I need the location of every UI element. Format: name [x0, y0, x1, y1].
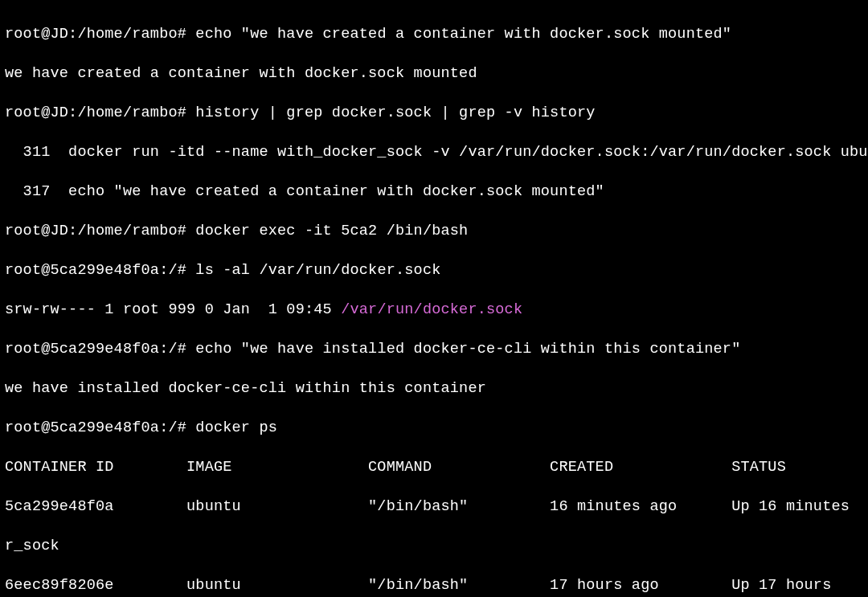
output: srw-rw---- 1 root 999 0 Jan 1 09:45 /var…: [5, 301, 863, 321]
table-row: 5ca299e48f0a ubuntu "/bin/bash" 16 minut…: [5, 497, 863, 517]
command: docker exec -it 5ca2 /bin/bash: [195, 223, 468, 239]
output: 317 echo "we have created a container wi…: [5, 182, 863, 202]
ls-output: srw-rw---- 1 root 999 0 Jan 1 09:45: [5, 301, 341, 318]
prompt: root@5ca299e48f0a:/#: [5, 262, 195, 279]
line: root@5ca299e48f0a:/# docker ps: [5, 419, 863, 439]
command: history | grep docker.sock | grep -v his…: [195, 104, 595, 121]
table-row: 6eec89f8206e ubuntu "/bin/bash" 17 hours…: [5, 576, 863, 596]
terminal[interactable]: root@JD:/home/rambo# echo "we have creat…: [0, 0, 868, 597]
prompt: root@JD:/home/rambo#: [5, 104, 195, 121]
socket-path: /var/run/docker.sock: [341, 301, 522, 318]
line: root@JD:/home/rambo# echo "we have creat…: [5, 25, 863, 45]
command: docker ps: [195, 419, 277, 436]
command: ls -al /var/run/docker.sock: [195, 262, 440, 279]
prompt: root@JD:/home/rambo#: [5, 223, 195, 239]
prompt: root@JD:/home/rambo#: [5, 26, 195, 43]
command: echo "we have installed docker-ce-cli wi…: [195, 341, 740, 358]
line: root@5ca299e48f0a:/# echo "we have insta…: [5, 340, 863, 360]
ps-header: CONTAINER ID IMAGE COMMAND CREATED STATU…: [5, 458, 863, 478]
prompt: root@5ca299e48f0a:/#: [5, 341, 195, 358]
output: we have created a container with docker.…: [5, 64, 863, 84]
output: we have installed docker-ce-cli within t…: [5, 379, 863, 399]
command: echo "we have created a container with d…: [195, 26, 731, 43]
table-row: r_sock: [5, 537, 863, 557]
line: root@JD:/home/rambo# history | grep dock…: [5, 104, 863, 124]
line: root@JD:/home/rambo# docker exec -it 5ca…: [5, 222, 863, 242]
line: root@5ca299e48f0a:/# ls -al /var/run/doc…: [5, 261, 863, 281]
prompt: root@5ca299e48f0a:/#: [5, 419, 195, 436]
output: 311 docker run -itd --name with_docker_s…: [5, 143, 863, 163]
